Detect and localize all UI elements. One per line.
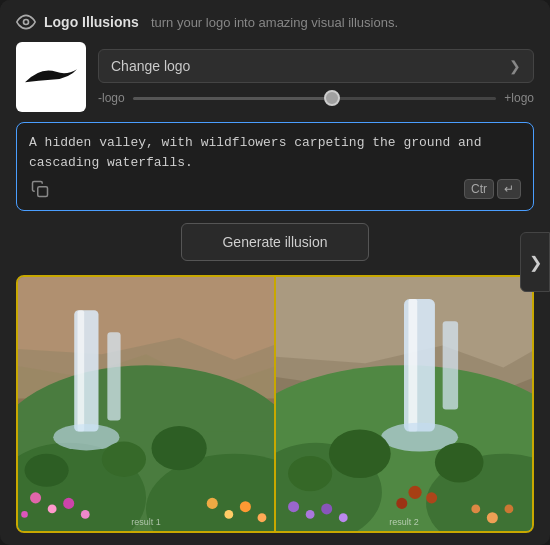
svg-point-50	[435, 443, 484, 483]
svg-point-25	[102, 442, 146, 477]
nav-next-button[interactable]: ❯	[520, 232, 550, 292]
result-1-label: result 1	[131, 517, 161, 527]
app-title: Logo Illusions	[44, 14, 139, 30]
enter-key: ↵	[497, 179, 521, 199]
svg-point-41	[396, 498, 407, 509]
svg-point-24	[152, 426, 207, 470]
nike-swoosh-icon	[25, 62, 77, 92]
svg-point-51	[288, 456, 332, 491]
svg-point-26	[25, 454, 69, 487]
svg-point-19	[21, 511, 28, 518]
app-subtitle: turn your logo into amazing visual illus…	[151, 15, 398, 30]
copy-prompt-button[interactable]	[29, 178, 51, 200]
eye-icon	[16, 12, 36, 32]
svg-point-18	[81, 510, 90, 519]
logo-row: Change logo ❯ -logo +logo	[16, 42, 534, 112]
svg-point-17	[63, 498, 74, 509]
app-container: Logo Illusions turn your logo into amazi…	[0, 0, 550, 545]
header: Logo Illusions turn your logo into amazi…	[0, 0, 550, 42]
svg-rect-12	[78, 310, 85, 431]
svg-point-39	[408, 486, 421, 499]
generate-illusion-button[interactable]: Generate illusion	[181, 223, 368, 261]
svg-rect-37	[443, 321, 458, 409]
ctrl-enter-badge: Ctr ↵	[464, 179, 521, 199]
svg-point-0	[24, 20, 29, 25]
svg-point-22	[240, 501, 251, 512]
svg-point-43	[306, 510, 315, 519]
result-image-2[interactable]: result 2	[274, 277, 532, 531]
prompt-footer: Ctr ↵	[29, 178, 521, 200]
svg-point-21	[224, 510, 233, 519]
logo-preview	[16, 42, 86, 112]
slider-label-left: -logo	[98, 91, 125, 105]
change-logo-button[interactable]: Change logo ❯	[98, 49, 534, 83]
svg-point-20	[207, 498, 218, 509]
svg-point-46	[471, 504, 480, 513]
svg-point-42	[288, 501, 299, 512]
nav-arrow-icon: ❯	[529, 253, 542, 272]
slider-row: -logo +logo	[98, 91, 534, 105]
logo-strength-slider[interactable]	[133, 97, 497, 100]
content-wrapper: Change logo ❯ -logo +logo A hidden valle…	[0, 42, 550, 545]
main-content: Change logo ❯ -logo +logo A hidden valle…	[0, 42, 550, 545]
generate-btn-row: Generate illusion	[16, 223, 534, 261]
result-2-label: result 2	[389, 517, 419, 527]
svg-point-16	[48, 504, 57, 513]
result-image-1[interactable]: result 1	[18, 277, 274, 531]
chevron-right-icon: ❯	[509, 58, 521, 74]
prompt-container: A hidden valley, with wildflowers carpet…	[16, 122, 534, 211]
svg-point-23	[258, 513, 267, 522]
svg-point-47	[487, 512, 498, 523]
svg-point-49	[329, 429, 391, 478]
svg-point-15	[30, 492, 41, 503]
results-grid: result 1	[16, 275, 534, 533]
svg-point-40	[426, 492, 437, 503]
prompt-text: A hidden valley, with wildflowers carpet…	[29, 133, 521, 172]
svg-rect-13	[107, 332, 120, 420]
svg-point-48	[504, 504, 513, 513]
svg-rect-36	[408, 299, 417, 432]
generate-label: Generate illusion	[222, 234, 327, 250]
svg-rect-1	[38, 187, 48, 197]
svg-point-45	[339, 513, 348, 522]
slider-label-right: +logo	[504, 91, 534, 105]
svg-point-44	[321, 503, 332, 514]
logo-controls: Change logo ❯ -logo +logo	[98, 49, 534, 105]
change-logo-label: Change logo	[111, 58, 190, 74]
ctrl-key: Ctr	[464, 179, 494, 199]
